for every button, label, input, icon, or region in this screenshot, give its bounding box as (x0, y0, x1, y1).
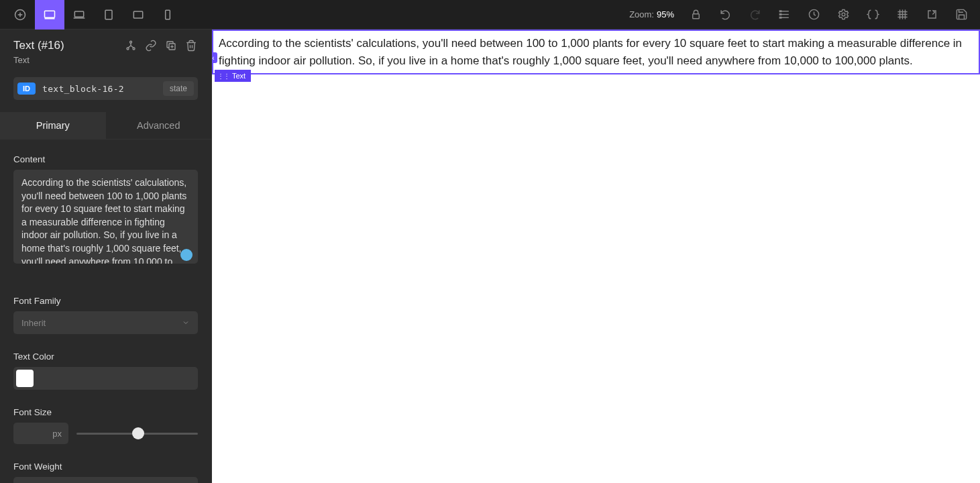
svg-rect-5 (74, 11, 83, 17)
delete-icon[interactable] (184, 39, 198, 52)
font-size-slider[interactable] (76, 423, 198, 444)
zoom-display[interactable]: Zoom: 95% (629, 9, 674, 19)
svg-rect-9 (166, 10, 170, 19)
element-badge[interactable]: ⋮⋮ Text (215, 70, 251, 82)
content-textarea[interactable] (13, 170, 198, 264)
grid-icon[interactable] (889, 0, 916, 30)
export-icon[interactable] (918, 0, 945, 30)
text-color-label: Text Color (13, 352, 198, 362)
content-label: Content (13, 154, 198, 164)
drag-dots-icon: ⋮⋮ (217, 72, 229, 80)
device-desktop-button[interactable] (35, 0, 64, 30)
redo-button[interactable] (741, 0, 768, 30)
svg-rect-8 (133, 11, 142, 18)
font-size-unit: px (52, 429, 62, 439)
svg-point-27 (133, 48, 135, 50)
svg-rect-3 (45, 11, 55, 17)
drag-handle-left[interactable]: ‹ (212, 52, 217, 63)
svg-point-26 (127, 48, 129, 50)
device-tablet-button[interactable] (94, 0, 123, 30)
undo-button[interactable] (712, 0, 739, 30)
svg-point-18 (842, 13, 845, 16)
grammar-icon[interactable] (180, 249, 193, 261)
add-button[interactable] (5, 0, 35, 30)
code-icon[interactable] (859, 0, 886, 30)
top-toolbar: Zoom: 95% (0, 0, 980, 30)
id-badge: ID (17, 83, 36, 95)
element-id-row: ID text_block-16-2 state (13, 77, 198, 100)
font-family-select[interactable]: Inherit (13, 311, 198, 334)
font-family-label: Font Family (13, 296, 198, 306)
canvas[interactable]: According to the scientists' calculation… (212, 30, 980, 483)
element-badge-label: Text (232, 72, 246, 80)
font-size-input[interactable]: px (13, 423, 68, 444)
element-type: Text (13, 55, 198, 65)
font-weight-label: Font Weight (13, 462, 198, 472)
font-weight-select[interactable] (13, 477, 198, 483)
properties-sidebar: Text (#16) Text ID text_block-16-2 state… (0, 30, 212, 483)
structure-icon[interactable] (771, 0, 798, 30)
sidebar-tabs: Primary Advanced (0, 112, 211, 140)
selected-text-element[interactable]: According to the scientists' calculation… (212, 30, 980, 74)
link-icon[interactable] (144, 39, 158, 52)
svg-rect-10 (692, 14, 699, 19)
chevron-down-icon (182, 319, 190, 327)
settings-icon[interactable] (830, 0, 857, 30)
canvas-text-content[interactable]: According to the scientists' calculation… (219, 35, 973, 69)
tab-primary[interactable]: Primary (0, 112, 106, 139)
svg-point-25 (130, 41, 132, 43)
device-tablet-landscape-button[interactable] (123, 0, 153, 30)
lock-icon[interactable] (682, 0, 709, 30)
element-title: Text (#16) (13, 39, 64, 52)
state-button[interactable]: state (163, 81, 194, 96)
save-button[interactable] (948, 0, 975, 30)
font-size-label: Font Size (13, 407, 198, 417)
tab-advanced[interactable]: Advanced (106, 112, 212, 139)
font-family-value: Inherit (21, 318, 46, 328)
color-swatch[interactable] (16, 370, 34, 387)
svg-rect-7 (105, 10, 112, 19)
element-id-value[interactable]: text_block-16-2 (42, 84, 163, 94)
tree-icon[interactable] (124, 39, 138, 52)
zoom-value: 95% (657, 9, 674, 19)
history-icon[interactable] (800, 0, 827, 30)
device-mobile-button[interactable] (153, 0, 182, 30)
device-laptop-button[interactable] (64, 0, 94, 30)
text-color-input[interactable] (13, 367, 198, 390)
duplicate-icon[interactable] (164, 39, 178, 52)
slider-thumb[interactable] (132, 427, 144, 439)
zoom-label: Zoom: (629, 9, 654, 19)
